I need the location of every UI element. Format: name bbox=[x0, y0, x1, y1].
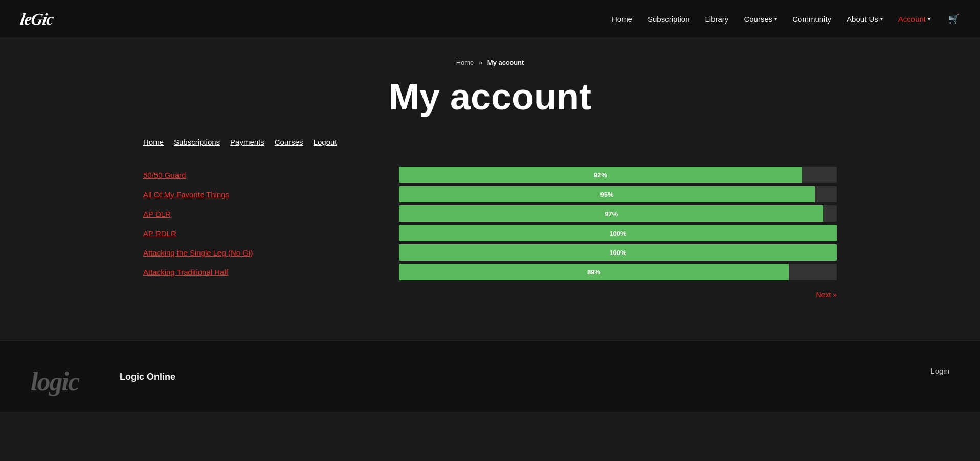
progress-bar-fill: 95% bbox=[399, 186, 815, 202]
progress-label: 100% bbox=[609, 229, 626, 237]
progress-bar-fill: 92% bbox=[399, 167, 802, 183]
breadcrumb-home[interactable]: Home bbox=[456, 59, 474, 66]
progress-bar-container: 92% bbox=[399, 167, 837, 183]
page-title: My account bbox=[143, 77, 837, 117]
progress-bar-fill: 97% bbox=[399, 205, 823, 222]
courses-section: 50/50 Guard92%All Of My Favorite Things9… bbox=[143, 167, 837, 280]
header: leGic Home Subscription Library Courses … bbox=[0, 0, 980, 38]
progress-label: 95% bbox=[600, 191, 614, 198]
tab-home[interactable]: Home bbox=[143, 137, 164, 146]
footer-login-link[interactable]: Login bbox=[930, 366, 949, 375]
nav-library[interactable]: Library bbox=[705, 15, 729, 24]
course-row: AP RDLR100% bbox=[143, 225, 837, 241]
nav-courses-dropdown[interactable]: Courses ▾ bbox=[744, 15, 777, 24]
course-row: Attacking the Single Leg (No Gi)100% bbox=[143, 244, 837, 261]
footer-brand: logic bbox=[31, 366, 79, 397]
next-page-link[interactable]: Next » bbox=[816, 291, 837, 299]
nav-home[interactable]: Home bbox=[612, 15, 632, 24]
course-row: 50/50 Guard92% bbox=[143, 167, 837, 183]
progress-bar-fill: 100% bbox=[399, 225, 837, 241]
tab-courses[interactable]: Courses bbox=[275, 137, 303, 146]
tab-subscriptions[interactable]: Subscriptions bbox=[174, 137, 220, 146]
course-name[interactable]: Attacking the Single Leg (No Gi) bbox=[143, 248, 389, 257]
course-name[interactable]: AP DLR bbox=[143, 210, 389, 218]
main-nav: Home Subscription Library Courses ▾ Comm… bbox=[612, 13, 960, 25]
course-name[interactable]: All Of My Favorite Things bbox=[143, 190, 389, 199]
progress-bar-container: 89% bbox=[399, 264, 837, 280]
account-chevron-icon: ▾ bbox=[928, 16, 930, 22]
course-name[interactable]: AP RDLR bbox=[143, 229, 389, 238]
progress-bar-container: 97% bbox=[399, 205, 837, 222]
nav-subscription[interactable]: Subscription bbox=[648, 15, 690, 24]
courses-chevron-icon: ▾ bbox=[774, 16, 777, 22]
progress-bar-container: 95% bbox=[399, 186, 837, 202]
breadcrumb: Home » My account bbox=[143, 59, 837, 66]
tab-logout[interactable]: Logout bbox=[314, 137, 337, 146]
breadcrumb-separator: » bbox=[479, 59, 482, 66]
nav-aboutus: About Us bbox=[847, 15, 878, 24]
main-content: Home » My account My account Home Subscr… bbox=[0, 38, 980, 340]
progress-label: 89% bbox=[587, 268, 600, 276]
progress-label: 92% bbox=[594, 171, 607, 179]
course-name[interactable]: 50/50 Guard bbox=[143, 171, 389, 179]
footer-login-section: Login bbox=[930, 366, 949, 376]
nav-aboutus-dropdown[interactable]: About Us ▾ bbox=[847, 15, 883, 24]
progress-bar-container: 100% bbox=[399, 225, 837, 241]
nav-account-dropdown[interactable]: Account ▾ bbox=[898, 15, 930, 24]
account-tabs: Home Subscriptions Payments Courses Logo… bbox=[143, 137, 837, 146]
tab-payments[interactable]: Payments bbox=[230, 137, 264, 146]
course-row: AP DLR97% bbox=[143, 205, 837, 222]
course-row: Attacking Traditional Half89% bbox=[143, 264, 837, 280]
pagination: Next » bbox=[143, 290, 837, 299]
progress-bar-fill: 100% bbox=[399, 244, 837, 261]
footer-brand-section: Logic Online bbox=[120, 366, 175, 382]
progress-bar-fill: 89% bbox=[399, 264, 789, 280]
logo[interactable]: leGic bbox=[20, 10, 53, 29]
nav-courses: Courses bbox=[744, 15, 772, 24]
breadcrumb-current: My account bbox=[487, 59, 524, 66]
nav-community[interactable]: Community bbox=[792, 15, 831, 24]
aboutus-chevron-icon: ▾ bbox=[880, 16, 883, 22]
course-name[interactable]: Attacking Traditional Half bbox=[143, 268, 389, 276]
progress-label: 97% bbox=[605, 210, 618, 218]
cart-icon[interactable]: 🛒 bbox=[948, 13, 960, 25]
progress-label: 100% bbox=[609, 249, 626, 257]
footer-logo: logic bbox=[31, 366, 79, 397]
nav-account: Account bbox=[898, 15, 926, 24]
course-row: All Of My Favorite Things95% bbox=[143, 186, 837, 202]
footer-brand-name: Logic Online bbox=[120, 372, 175, 382]
footer: logic Logic Online Login bbox=[0, 340, 980, 412]
progress-bar-container: 100% bbox=[399, 244, 837, 261]
